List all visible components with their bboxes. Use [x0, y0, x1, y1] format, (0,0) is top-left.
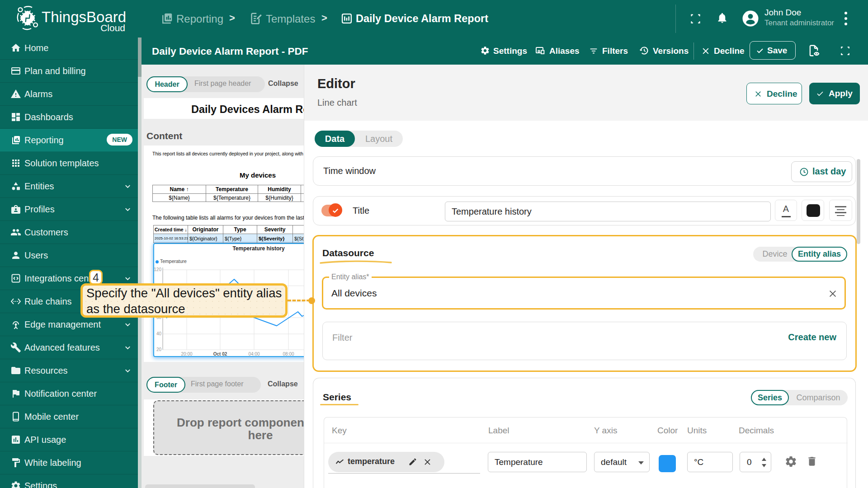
- svg-text:08:00: 08:00: [283, 352, 294, 356]
- svg-text:04:00: 04:00: [248, 352, 259, 356]
- svg-text:120: 120: [154, 267, 161, 272]
- svg-text:20:00: 20:00: [181, 352, 192, 356]
- svg-text:40: 40: [156, 331, 162, 336]
- svg-text:Oct 02: Oct 02: [213, 352, 227, 356]
- svg-text:20: 20: [156, 347, 162, 352]
